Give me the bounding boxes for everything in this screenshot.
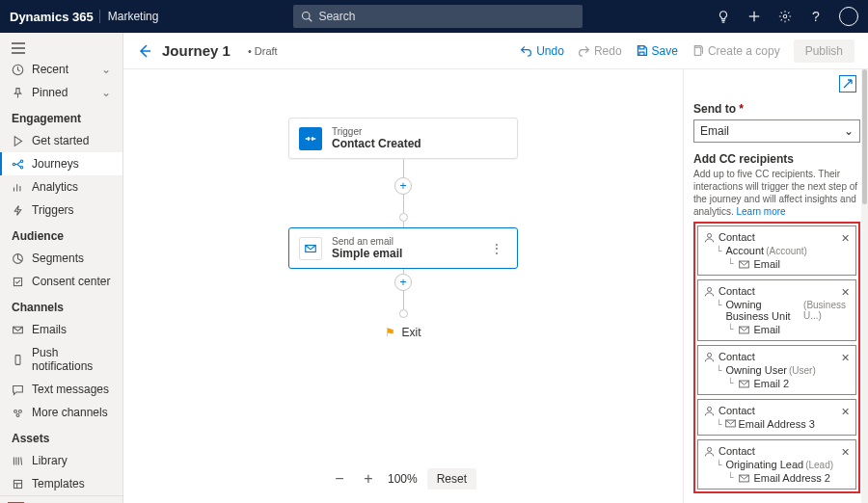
svg-rect-31 [694,47,701,55]
remove-recipient-button[interactable]: ✕ [841,286,850,299]
node-value: Simple email [332,247,402,260]
analytics-icon [12,181,24,194]
expand-panel-button[interactable] [839,75,856,93]
svg-point-41 [707,447,711,451]
remove-recipient-button[interactable]: ✕ [841,232,850,245]
mail-icon [739,474,749,483]
svg-point-11 [20,160,22,162]
avatar[interactable] [839,7,858,26]
sidebar-item-label: Library [32,454,68,467]
cc-recipient-card[interactable]: ✕Contact└Account (Account)└Email [697,225,856,276]
sidebar-item-journeys[interactable]: Journeys [0,152,122,175]
lightbulb-icon[interactable] [716,9,731,24]
redo-button: Redo [578,44,622,58]
help-icon[interactable]: ? [808,9,824,24]
scrollbar[interactable] [861,69,868,503]
sidebar-item-segments[interactable]: Segments [0,247,122,270]
sendto-select[interactable]: Email ⌄ [693,119,860,143]
mail-icon [739,380,749,388]
sidebar-item-label: More channels [32,406,108,419]
svg-rect-28 [14,480,21,488]
person-icon [704,352,715,362]
zoom-out-button[interactable]: − [330,469,349,489]
sidebar-recent[interactable]: Recent ⌄ [0,58,122,81]
trigger-icon [12,204,24,217]
remove-recipient-button[interactable]: ✕ [841,352,850,364]
cc-entity: Contact [719,351,755,362]
flag-icon: ⚑ [385,326,395,339]
command-bar: Journey 1 • Draft Undo Redo Save Create … [123,33,868,69]
section-audience: Audience [0,222,122,247]
exit-label: Exit [401,326,420,339]
sidebar-item-push[interactable]: Push notifications [0,341,122,378]
brand: Dynamics 365 [10,10,94,24]
trigger-node[interactable]: TriggerContact Created [288,118,518,159]
publish-button: Publish [794,40,854,63]
cc-recipient-card[interactable]: ✕Contact└Owning Business Unit (Business … [697,279,856,341]
search-input[interactable] [318,10,575,23]
plus-icon[interactable] [746,9,762,24]
remove-recipient-button[interactable]: ✕ [841,406,850,418]
area-switcher[interactable]: RM Real-time marketi... [0,495,122,503]
mail-icon [725,419,736,428]
sidebar-item-analytics[interactable]: Analytics [0,175,122,199]
hamburger-icon[interactable] [0,39,122,58]
cc-field: Email Address 3 [738,418,814,430]
chevron-down-icon: ⌄ [844,124,854,138]
page-title: Journey 1 [162,42,231,59]
gear-icon[interactable] [777,9,793,24]
email-node[interactable]: Send an emailSimple email ⋮ [288,227,518,269]
sidebar-item-sms[interactable]: Text messages [0,378,122,401]
cc-relation-type: (Lead) [805,460,833,470]
undo-button[interactable]: Undo [520,44,564,58]
svg-point-0 [303,13,311,20]
back-button[interactable] [137,43,152,59]
learn-more-link[interactable]: Learn more [736,206,785,217]
add-step-button[interactable]: + [394,177,412,195]
cc-relation-type: (Business U...) [803,300,850,321]
sidebar-item-triggers[interactable]: Triggers [0,199,122,222]
add-step-button[interactable]: + [394,274,412,291]
cc-recipient-card[interactable]: ✕Contact└Originating Lead (Lead)└Email A… [697,439,856,490]
zoom-in-button[interactable]: + [359,469,378,489]
properties-panel: Send to * Email ⌄ Add CC recipients Add … [683,69,868,503]
zoom-reset-button[interactable]: Reset [427,468,476,490]
sidebar-item-emails[interactable]: Emails [0,318,122,341]
person-icon [704,446,715,457]
cc-relation: Originating Lead [725,459,803,470]
mail-icon [739,326,749,334]
svg-point-35 [707,287,711,291]
sidebar-recent-label: Recent [32,63,68,76]
copy-button: Create a copy [692,44,780,58]
save-button[interactable]: Save [636,44,678,58]
global-search[interactable] [293,5,583,28]
cc-recipients-box: ✕Contact└Account (Account)└Email✕Contact… [693,222,860,493]
sidebar-item-label: Analytics [32,180,78,194]
sidebar-item-label: Emails [32,323,67,336]
cc-recipient-card[interactable]: ✕Contact└Owning User (User)└Email 2 [697,345,856,395]
cc-field: Email [753,324,780,335]
sendto-value: Email [700,124,729,138]
remove-recipient-button[interactable]: ✕ [841,446,850,459]
journey-canvas[interactable]: TriggerContact Created + Send an emailSi… [123,69,683,503]
node-menu-button[interactable]: ⋮ [487,242,507,255]
journey-icon [12,158,24,171]
sidebar-item-templates[interactable]: Templates [0,472,122,495]
sidebar-item-library[interactable]: Library [0,449,122,472]
cc-recipient-card[interactable]: ✕Contact└Email Address 3 [697,399,856,436]
cc-field: Email Address 2 [753,472,829,484]
person-icon [704,406,715,416]
cc-help-text: Add up to five CC recipients. Their inte… [693,168,860,218]
person-icon [704,232,715,243]
trigger-node-icon [299,127,322,150]
sidebar-item-consent[interactable]: Consent center [0,270,122,293]
section-assets: Assets [0,424,122,449]
svg-line-1 [310,18,312,21]
cc-field: Email 2 [753,378,789,389]
sidebar-item-more-channels[interactable]: More channels [0,401,122,424]
push-icon [12,354,24,366]
svg-point-4 [783,14,787,18]
sidebar-item-get-started[interactable]: Get started [0,129,122,152]
chevron-down-icon: ⌄ [101,63,111,76]
sidebar-pinned[interactable]: Pinned ⌄ [0,81,122,104]
